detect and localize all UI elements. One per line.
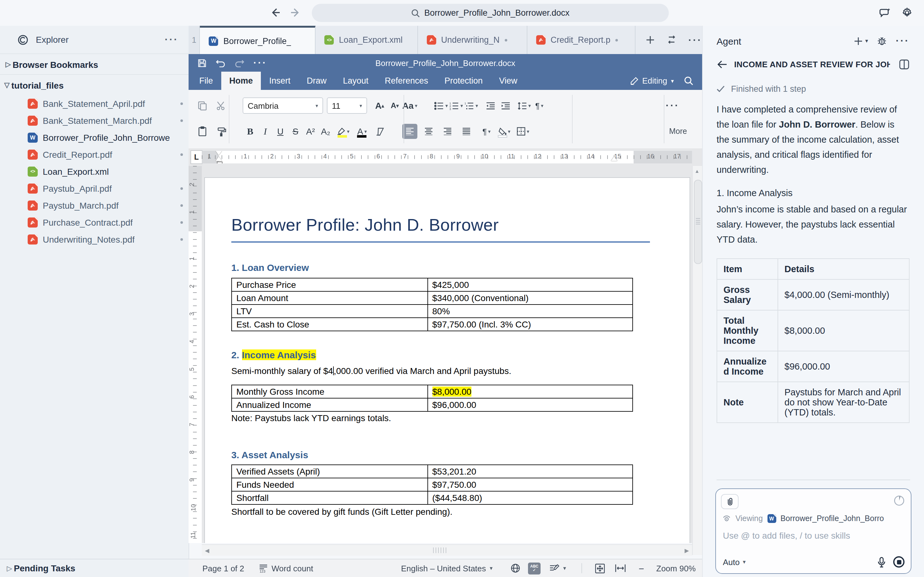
ai-chat-icon[interactable] xyxy=(879,7,891,18)
hanging-indent-marker[interactable] xyxy=(216,156,222,161)
paragraph-mark-icon[interactable]: ¶▾ xyxy=(479,124,494,139)
toolbar-more-icon[interactable]: ··· xyxy=(666,100,679,111)
italic-icon[interactable]: I xyxy=(258,124,273,139)
file-item-paystub-april[interactable]: Paystub_April.pdf xyxy=(0,180,189,197)
increase-indent-icon[interactable] xyxy=(498,98,513,113)
agent-input-card[interactable]: Viewing W Borrower_Profile_John_Borro Us… xyxy=(715,488,911,574)
spell-check-button[interactable]: ABC✓ xyxy=(528,562,540,574)
align-right-icon[interactable] xyxy=(440,124,455,139)
agent-more-icon[interactable]: ··· xyxy=(896,35,909,47)
editing-mode-button[interactable]: Editing ▾ xyxy=(630,76,674,85)
shrink-font-icon[interactable]: A▾ xyxy=(387,98,402,113)
back-icon[interactable] xyxy=(269,6,282,19)
underline-icon[interactable]: U xyxy=(273,124,288,139)
font-color-icon[interactable]: A ▾ xyxy=(355,124,369,139)
grow-font-icon[interactable]: A▴ xyxy=(372,98,387,113)
scroll-up-icon[interactable]: ▲ xyxy=(695,168,700,174)
bold-icon[interactable]: B xyxy=(243,124,258,139)
find-icon[interactable] xyxy=(684,76,693,85)
viewing-context-row[interactable]: Viewing W Borrower_Profile_John_Borro xyxy=(722,514,906,523)
cut-icon[interactable] xyxy=(214,98,229,113)
file-item-credit-report[interactable]: Credit_Report.pdf xyxy=(0,146,189,163)
settings-gear-icon[interactable] xyxy=(901,7,913,18)
justify-icon[interactable] xyxy=(459,124,474,139)
pending-tasks-bar[interactable]: ▷ Pending Tasks xyxy=(0,559,189,577)
menu-draw[interactable]: Draw xyxy=(298,72,335,90)
menu-references[interactable]: References xyxy=(377,72,436,90)
explorer-more-icon[interactable]: ··· xyxy=(164,34,179,45)
compare-tabs-icon[interactable] xyxy=(666,35,677,45)
shading-icon[interactable]: ▾ xyxy=(497,124,512,139)
clear-formatting-icon[interactable] xyxy=(372,124,387,139)
tab-borrower-profile[interactable]: W Borrower_Profile_ xyxy=(200,26,316,54)
fit-page-icon[interactable] xyxy=(595,563,605,574)
zoom-out-button[interactable]: − xyxy=(639,563,644,574)
scroll-left-icon[interactable]: ◀ xyxy=(205,548,209,554)
subscript-icon[interactable]: A₂ xyxy=(318,124,333,139)
superscript-icon[interactable]: A² xyxy=(303,124,318,139)
copy-icon[interactable] xyxy=(195,98,210,113)
left-indent-marker[interactable] xyxy=(216,161,222,163)
decrease-indent-icon[interactable] xyxy=(483,98,498,113)
scroll-right-icon[interactable]: ▶ xyxy=(685,548,689,554)
page-indicator[interactable]: Page 1 of 2 xyxy=(202,564,244,573)
paste-icon[interactable] xyxy=(195,124,210,139)
horizontal-scrollbar[interactable]: ◀ ▶ xyxy=(202,544,692,556)
tab-underwriting-notes[interactable]: Underwriting_N xyxy=(418,26,527,54)
toolbar-more-label[interactable]: More xyxy=(669,127,687,136)
right-indent-marker[interactable] xyxy=(611,156,617,161)
tab-credit-report[interactable]: Credit_Report.p xyxy=(527,26,635,54)
stop-recording-button[interactable] xyxy=(893,556,905,567)
tab-overflow-sliver[interactable]: 1 xyxy=(189,26,200,54)
file-item-bank-statement-april[interactable]: Bank_Statement_April.pdf xyxy=(0,95,189,112)
strikethrough-icon[interactable]: S xyxy=(288,124,303,139)
track-changes-button[interactable]: ▾ xyxy=(549,564,566,572)
word-count-button[interactable]: 123 Word count xyxy=(259,564,313,573)
tab-loan-export[interactable]: <> Loan_Export.xml xyxy=(316,26,418,54)
mode-selector[interactable]: Auto ▾ xyxy=(723,557,746,567)
vertical-scrollbar[interactable]: ▲ xyxy=(692,166,703,555)
menu-protection[interactable]: Protection xyxy=(436,72,491,90)
bullet-list-icon[interactable]: ▾ xyxy=(434,98,449,113)
debug-bug-icon[interactable] xyxy=(877,36,887,46)
message-input[interactable]: Use @ to add files, / to use skills xyxy=(723,530,850,540)
line-spacing-icon[interactable]: ▾ xyxy=(517,98,532,113)
file-item-purchase-contract[interactable]: Purchase_Contract.pdf xyxy=(0,214,189,230)
sidebar-item-browser-bookmarks[interactable]: ▷ Browser Bookmarks xyxy=(0,56,189,72)
task-title[interactable]: INCOME AND ASSET REVIEW FOR JOH... xyxy=(734,60,890,69)
multilevel-list-icon[interactable]: 1▾ xyxy=(464,98,479,113)
fit-width-icon[interactable] xyxy=(615,564,626,572)
font-size-select[interactable]: 11▾ xyxy=(327,97,367,114)
highlight-color-icon[interactable]: ▾ xyxy=(335,124,351,139)
file-item-bank-statement-march[interactable]: Bank_Statement_March.pdf xyxy=(0,112,189,129)
globe-icon[interactable] xyxy=(510,563,521,573)
align-left-icon[interactable] xyxy=(402,124,418,139)
sidebar-item-tutorial-files[interactable]: ▽ tutorial_files xyxy=(0,77,189,93)
hscroll-thumb[interactable] xyxy=(433,548,447,553)
forward-icon[interactable] xyxy=(289,6,302,19)
file-item-paystub-march[interactable]: Paystub_March.pdf xyxy=(0,197,189,214)
attach-file-button[interactable] xyxy=(721,494,739,509)
microphone-icon[interactable] xyxy=(877,556,886,567)
align-center-icon[interactable] xyxy=(421,124,436,139)
change-case-icon[interactable]: Aa▾ xyxy=(402,98,418,113)
new-chat-icon[interactable]: ▾ xyxy=(854,36,868,45)
document-canvas[interactable]: Borrower Profile: John D. Borrower 1. Lo… xyxy=(202,166,692,543)
tab-stop-selector[interactable]: L xyxy=(190,150,202,164)
borders-icon[interactable]: ▾ xyxy=(515,124,531,139)
tab-more-icon[interactable]: ··· xyxy=(688,34,702,45)
menu-layout[interactable]: Layout xyxy=(335,72,377,90)
new-tab-icon[interactable] xyxy=(645,35,655,45)
back-arrow-icon[interactable] xyxy=(717,60,727,69)
zoom-level[interactable]: Zoom 90% xyxy=(656,564,696,573)
file-item-underwriting-notes[interactable]: Underwriting_Notes.pdf xyxy=(0,230,189,248)
menu-insert[interactable]: Insert xyxy=(261,72,299,90)
vscroll-thumb[interactable] xyxy=(694,180,702,264)
language-selector[interactable]: English – United States▾ xyxy=(401,564,492,573)
file-item-borrower-profile[interactable]: W Borrower_Profile_John_Borrowe xyxy=(0,129,189,146)
document-page[interactable]: Borrower Profile: John D. Borrower 1. Lo… xyxy=(204,177,690,543)
menu-file[interactable]: File xyxy=(191,72,221,90)
numbered-list-icon[interactable]: 123▾ xyxy=(449,98,464,113)
format-painter-icon[interactable] xyxy=(214,124,229,139)
font-name-select[interactable]: Cambria▾ xyxy=(243,97,323,114)
